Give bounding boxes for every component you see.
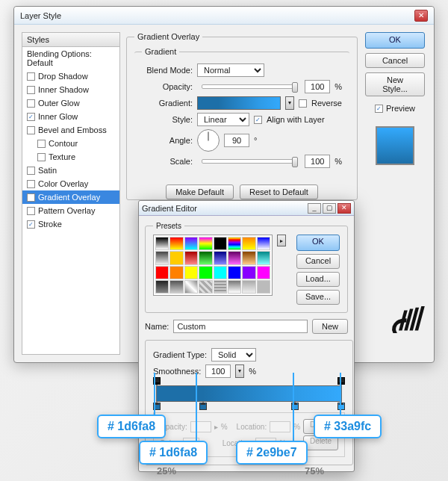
scale-slider[interactable] [202, 159, 296, 164]
sidebar-item-drop-shadow[interactable]: Drop Shadow [22, 69, 119, 83]
preset-swatch[interactable] [169, 237, 183, 250]
ge-load-button[interactable]: Load... [296, 272, 340, 287]
ge-ok-button[interactable]: OK [296, 235, 340, 251]
sidebar-item-color-overlay[interactable]: Color Overlay [22, 177, 119, 190]
checkbox[interactable]: ✓ [27, 193, 35, 202]
opacity-label: Opacity: [142, 82, 193, 91]
smooth-input[interactable] [205, 364, 231, 378]
name-input[interactable] [173, 320, 308, 333]
sidebar-item-inner-glow[interactable]: ✓Inner Glow [22, 110, 119, 123]
checkbox[interactable] [27, 207, 35, 215]
preset-swatch[interactable] [199, 266, 212, 279]
preset-swatch[interactable] [155, 251, 169, 264]
preset-swatch[interactable] [214, 280, 227, 294]
sidebar-blending[interactable]: Blending Options: Default [22, 47, 119, 69]
sidebar-header[interactable]: Styles [22, 33, 119, 47]
ge-save-button[interactable]: Save... [296, 290, 340, 305]
align-checkbox[interactable]: ✓ [254, 116, 262, 124]
ge-cancel-button[interactable]: Cancel [296, 254, 340, 269]
gtype-select[interactable]: Solid [211, 348, 256, 361]
checkbox[interactable] [37, 140, 46, 148]
checkbox[interactable] [37, 153, 46, 161]
checkbox[interactable] [27, 86, 35, 94]
checkbox[interactable] [27, 180, 35, 188]
preset-swatch[interactable] [169, 251, 183, 264]
preset-swatch[interactable] [199, 280, 212, 294]
angle-input[interactable] [224, 134, 249, 147]
preset-swatch[interactable] [184, 266, 198, 279]
sidebar-item-stroke[interactable]: ✓Stroke [22, 217, 119, 231]
stop-location-input[interactable] [270, 421, 290, 432]
preset-swatch[interactable] [228, 251, 241, 264]
callout-hex: # 1d6fa8 [139, 441, 208, 465]
preset-swatch[interactable] [184, 280, 198, 294]
ge-close-icon[interactable]: ✕ [337, 203, 351, 214]
preset-swatch[interactable] [257, 266, 270, 279]
smooth-dropdown-icon[interactable]: ▾ [235, 364, 244, 378]
sidebar-item-gradient-overlay[interactable]: ✓Gradient Overlay [22, 190, 119, 204]
opacity-stop[interactable] [337, 377, 345, 385]
preset-swatch[interactable] [242, 280, 255, 294]
preset-swatch[interactable] [184, 251, 198, 264]
preset-swatch[interactable] [257, 280, 270, 294]
preset-swatch[interactable] [228, 280, 241, 294]
sidebar-item-bevel-and-emboss[interactable]: Bevel and Emboss [22, 123, 119, 137]
sidebar-item-outer-glow[interactable]: Outer Glow [22, 96, 119, 110]
checkbox[interactable] [27, 167, 35, 175]
checkbox[interactable]: ✓ [27, 220, 35, 229]
cancel-button[interactable]: Cancel [365, 53, 425, 68]
preset-swatch[interactable] [242, 251, 255, 264]
checkbox[interactable] [27, 99, 35, 108]
minimize-icon[interactable]: _ [308, 203, 321, 214]
stop-opacity-input[interactable] [190, 421, 211, 432]
checkbox[interactable] [27, 126, 35, 134]
preset-swatch[interactable] [214, 251, 227, 264]
gradient-bar[interactable] [156, 385, 342, 402]
opacity-input[interactable] [305, 80, 330, 93]
new-style-button[interactable]: New Style... [365, 72, 425, 96]
sidebar-item-texture[interactable]: Texture [22, 150, 119, 164]
gradient-dropdown-icon[interactable]: ▾ [285, 96, 294, 110]
gradient-swatch[interactable] [197, 96, 281, 110]
sidebar-item-satin[interactable]: Satin [22, 164, 119, 177]
opacity-slider[interactable] [202, 84, 296, 89]
preset-swatch[interactable] [169, 266, 183, 279]
color-stop[interactable] [337, 403, 345, 410]
ok-button[interactable]: OK [365, 32, 425, 49]
presets-grid[interactable] [153, 235, 273, 296]
preview-swatch [376, 126, 414, 165]
maximize-icon[interactable]: ▢ [323, 203, 336, 214]
style-select[interactable]: Linear [197, 113, 249, 126]
sidebar-item-pattern-overlay[interactable]: Pattern Overlay [22, 204, 119, 217]
preset-swatch[interactable] [155, 280, 169, 294]
blend-mode-select[interactable]: Normal [197, 63, 264, 77]
new-button[interactable]: New [312, 319, 348, 334]
preset-swatch[interactable] [228, 237, 241, 250]
preset-swatch[interactable] [214, 266, 227, 279]
preset-swatch[interactable] [199, 237, 212, 250]
preset-swatch[interactable] [242, 266, 255, 279]
reset-default-button[interactable]: Reset to Default [240, 184, 318, 199]
preset-swatch[interactable] [228, 266, 241, 279]
close-icon[interactable]: ✕ [414, 10, 428, 22]
reverse-checkbox[interactable] [299, 99, 307, 108]
preset-swatch[interactable] [199, 251, 212, 264]
angle-dial[interactable] [197, 129, 220, 152]
preset-swatch[interactable] [155, 266, 169, 279]
sidebar-item-contour[interactable]: Contour [22, 137, 119, 150]
preset-swatch[interactable] [257, 237, 270, 250]
preview-checkbox[interactable]: ✓ [375, 105, 383, 113]
preset-swatch[interactable] [214, 237, 227, 250]
preset-swatch[interactable] [155, 237, 169, 250]
make-default-button[interactable]: Make Default [166, 184, 234, 199]
preset-swatch[interactable] [242, 237, 255, 250]
preset-swatch[interactable] [169, 280, 183, 294]
sidebar-item-inner-shadow[interactable]: Inner Shadow [22, 83, 119, 96]
color-stop[interactable] [199, 403, 207, 410]
checkbox[interactable]: ✓ [27, 113, 35, 121]
checkbox[interactable] [27, 72, 35, 81]
presets-menu-icon[interactable]: ▸ [277, 235, 286, 246]
preset-swatch[interactable] [257, 251, 270, 264]
preset-swatch[interactable] [184, 237, 198, 250]
scale-input[interactable] [305, 155, 330, 168]
